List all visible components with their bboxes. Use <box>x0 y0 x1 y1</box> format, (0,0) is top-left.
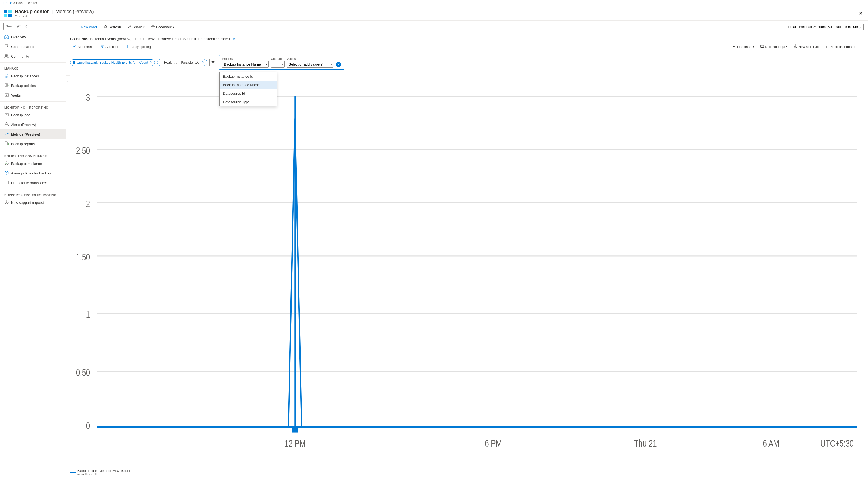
filter-chip-close[interactable]: ✕ <box>202 61 205 64</box>
drill-chevron: ▾ <box>786 45 787 48</box>
add-metric-button[interactable]: Add metric <box>70 43 96 51</box>
chart-svg: 3 2.50 2 1.50 1 0.50 0 <box>70 74 864 465</box>
line-chart-icon <box>732 44 736 49</box>
close-icon[interactable]: ✕ <box>857 9 865 17</box>
apply-splitting-button[interactable]: Apply splitting <box>123 43 153 51</box>
svg-text:3: 3 <box>86 92 90 103</box>
sidebar-item-vaults[interactable]: Vaults <box>0 91 66 100</box>
svg-rect-19 <box>761 45 764 48</box>
sidebar-item-new-support[interactable]: New support request <box>0 198 66 207</box>
sidebar-collapse-button[interactable]: ‹ <box>66 76 70 86</box>
svg-point-18 <box>153 26 154 27</box>
metric-chip[interactable]: azurefilesvault, Backup Health Events (p… <box>70 59 155 66</box>
breadcrumb-home[interactable]: Home <box>3 1 12 5</box>
sidebar-item-azure-policies[interactable]: Azure policies for backup <box>0 169 66 178</box>
jobs-icon <box>4 113 9 118</box>
svg-text:6 PM: 6 PM <box>485 438 502 449</box>
time-range-button[interactable]: Local Time: Last 24 hours (Automatic - 5… <box>785 24 864 30</box>
app-subtitle: Metrics (Preview) <box>56 9 94 14</box>
share-button[interactable]: Share ▾ <box>125 23 147 31</box>
sidebar-item-backup-policies[interactable]: Backup policies <box>0 81 66 91</box>
policy-icon <box>4 83 9 88</box>
compliance-icon <box>4 161 9 166</box>
svg-text:0: 0 <box>86 420 90 431</box>
plus-icon: ＋ <box>73 24 77 29</box>
sidebar-item-community[interactable]: Community <box>0 52 66 61</box>
alert-rule-icon <box>794 44 797 49</box>
metric-chip-close[interactable]: ✕ <box>150 61 153 64</box>
pin-to-dashboard-button[interactable]: Pin to dashboard <box>822 43 857 51</box>
more-options-button[interactable]: ··· <box>858 43 864 50</box>
sidebar-item-alerts[interactable]: Alerts (Preview) <box>0 120 66 129</box>
app-more[interactable]: ··· <box>98 9 101 14</box>
operator-select-wrapper: = ▾ <box>271 61 285 68</box>
people-icon <box>4 54 9 59</box>
add-filter-button[interactable]: Add filter <box>98 43 121 51</box>
property-select-wrapper: Backup Instance Name ▾ <box>222 61 269 68</box>
filter-chip[interactable]: Health ... = PersistentD... ✕ <box>157 59 207 66</box>
breadcrumb-separator: > <box>13 1 15 5</box>
dropdown-item-backup-instance-id[interactable]: Backup Instance Id <box>220 72 277 81</box>
svg-rect-1 <box>8 9 11 13</box>
sidebar-item-backup-compliance[interactable]: Backup compliance <box>0 159 66 169</box>
pin-icon <box>825 44 829 49</box>
svg-point-4 <box>5 55 7 56</box>
sidebar-item-backup-reports[interactable]: Backup reports <box>0 139 66 149</box>
section-support: Support + troubleshooting <box>0 190 66 198</box>
values-select[interactable]: Select or add value(s) <box>287 61 334 68</box>
property-select[interactable]: Backup Instance Name <box>222 61 269 68</box>
svg-rect-7 <box>5 83 7 87</box>
refresh-icon <box>104 25 107 29</box>
search-input[interactable] <box>3 23 62 30</box>
app-logo-icon <box>3 9 12 18</box>
feedback-button[interactable]: Feedback ▾ <box>148 23 177 31</box>
sidebar-item-getting-started[interactable]: Getting started <box>0 42 66 52</box>
filter-chip-icon <box>160 60 163 64</box>
sidebar-item-metrics[interactable]: Metrics (Preview) <box>0 129 66 139</box>
metric-chip-label: azurefilesvault, Backup Health Events (p… <box>76 61 148 64</box>
values-select-wrapper: Select or add value(s) ▾ <box>287 61 334 68</box>
split-icon <box>126 44 129 49</box>
values-header: Values <box>287 57 334 60</box>
report-icon <box>4 141 9 147</box>
property-header: Property <box>222 57 269 60</box>
add-metric-icon <box>73 44 76 49</box>
legend-color-bar <box>70 472 76 473</box>
chart-actions: Add metric Add filter Apply splitting <box>66 42 868 53</box>
app-vendor: Microsoft <box>15 14 27 18</box>
drill-logs-button[interactable]: Drill into Logs ▾ <box>758 43 790 51</box>
sidebar-item-backup-jobs[interactable]: Backup jobs <box>0 110 66 120</box>
refresh-button[interactable]: Refresh <box>101 23 124 31</box>
line-chart-button[interactable]: Line chart ▾ <box>730 43 757 51</box>
dropdown-item-backup-instance-name[interactable]: Backup Instance Name <box>220 81 277 89</box>
svg-rect-15 <box>5 181 8 184</box>
chart-container: Count Backup Health Events (preview) for… <box>66 33 868 479</box>
svg-rect-8 <box>5 93 8 96</box>
sidebar-item-protectable-datasources[interactable]: Protectable datasources <box>0 178 66 188</box>
app-title-bar: Backup center | Metrics (Preview) ··· Mi… <box>0 6 868 21</box>
datasource-icon <box>4 180 9 185</box>
svg-text:UTC+5:30: UTC+5:30 <box>820 438 854 449</box>
operator-select[interactable]: = <box>271 61 285 68</box>
svg-rect-2 <box>4 14 7 17</box>
svg-text:Thu 21: Thu 21 <box>634 438 657 449</box>
svg-text:6 AM: 6 AM <box>763 438 779 449</box>
sidebar-item-backup-instances[interactable]: Backup instances <box>0 71 66 81</box>
svg-text:1: 1 <box>86 309 90 321</box>
metrics-icon <box>4 132 9 137</box>
sidebar-item-overview[interactable]: Overview <box>0 32 66 42</box>
edit-icon[interactable]: ✏ <box>232 37 236 41</box>
dropdown-item-datasource-type[interactable]: Datasource Type <box>220 98 277 106</box>
azure-policy-icon <box>4 171 9 176</box>
filter-panel-close-button[interactable]: ✕ <box>336 62 341 67</box>
svg-point-9 <box>6 94 7 96</box>
dropdown-item-datasource-id[interactable]: Datasource Id <box>220 89 277 98</box>
logs-icon <box>760 44 764 49</box>
property-dropdown-list: Backup Instance Id Backup Instance Name … <box>219 72 277 107</box>
new-chart-button[interactable]: ＋ + New chart <box>70 23 100 31</box>
line-chart-chevron: ▾ <box>753 45 754 48</box>
section-monitoring: Monitoring + reporting <box>0 102 66 110</box>
filter-trigger-button[interactable] <box>209 59 217 66</box>
new-alert-rule-button[interactable]: New alert rule <box>791 43 821 51</box>
right-collapse-button[interactable]: › <box>864 234 868 245</box>
